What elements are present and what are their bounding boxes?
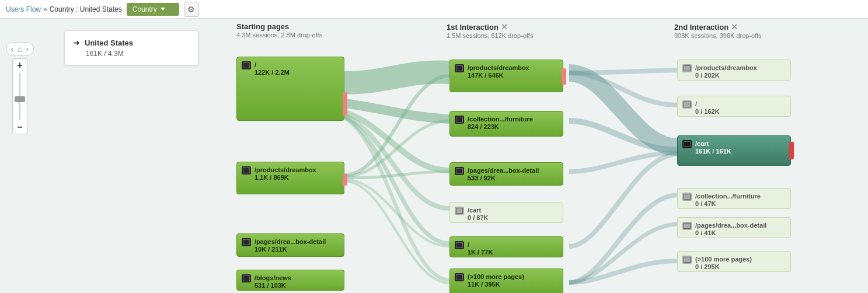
first-node-5[interactable]: (>100 more pages) 11K / 395K — [449, 268, 563, 293]
node-icon — [242, 61, 251, 69]
gear-icon: ⚙ — [187, 5, 195, 14]
node-icon — [242, 238, 251, 246]
node-stats: 0 / 295K — [695, 263, 752, 270]
first-interaction-close[interactable]: ✕ — [501, 22, 508, 32]
breadcrumb-link[interactable]: Users Flow — [6, 5, 41, 13]
node-label: /cart — [695, 139, 731, 148]
second-node-0[interactable]: /products/dreambox 0 / 202K — [677, 60, 791, 81]
node-label: /blogs/news — [255, 274, 291, 282]
zoom-out-button[interactable]: − — [12, 121, 27, 134]
dropoff-bar — [343, 174, 347, 186]
dropoff-bar — [343, 92, 347, 116]
node-label: /cart — [468, 206, 488, 214]
second-node-1[interactable]: / 0 / 162K — [677, 96, 791, 117]
second-node-2[interactable]: /cart 161K / 161K — [677, 135, 791, 166]
node-icon — [682, 64, 692, 72]
main-content: ‹ ⌂ › + − ➜ United States 161K / 4.3M — [0, 19, 868, 293]
second-node-5[interactable]: (>100 more pages) 0 / 295K — [677, 251, 791, 272]
node-icon — [455, 116, 464, 124]
first-node-1[interactable]: /collection.../furniture 824 / 223K — [449, 111, 563, 137]
node-label: /pages/drea...box-detail — [695, 221, 766, 229]
node-icon — [242, 274, 251, 282]
first-node-2[interactable]: /pages/drea...box-detail 533 / 92K — [449, 162, 563, 186]
node-stats: 11K / 395K — [468, 281, 524, 288]
starting-pages-stats: 4.3M sessions, 2.8M drop-offs — [236, 32, 322, 39]
left-panel: ‹ ⌂ › + − ➜ United States 161K / 4.3M — [0, 19, 219, 293]
node-icon — [455, 167, 464, 175]
node-icon — [455, 207, 464, 215]
zoom-slider[interactable] — [19, 73, 20, 120]
node-stats: 824 / 223K — [468, 123, 533, 130]
zoom-in-button[interactable]: + — [12, 59, 27, 72]
second-interaction-title: 2nd Interaction — [674, 23, 728, 32]
node-stats: 1.1K / 869K — [255, 174, 316, 181]
node-icon — [682, 100, 692, 109]
node-label: /products/dreambox — [468, 64, 529, 72]
top-bar: Users Flow » Country : United States Cou… — [0, 0, 868, 19]
home-icon: ⌂ — [16, 44, 24, 54]
node-icon — [682, 193, 692, 201]
node-label: /collection.../furniture — [695, 192, 761, 200]
node-icon — [242, 166, 251, 175]
node-label: (>100 more pages) — [468, 273, 524, 281]
node-stats: 0 / 47K — [695, 200, 761, 207]
node-stats: 0 / 41K — [695, 229, 766, 236]
node-stats: 10K / 211K — [255, 246, 326, 253]
starting-node-0[interactable]: / 122K / 2.2M — [236, 57, 344, 121]
starting-node-1[interactable]: /products/dreambox 1.1K / 869K — [236, 162, 344, 194]
filter-country-row: ➜ United States — [73, 38, 190, 47]
filter-arrow-icon: ➜ — [73, 38, 80, 47]
node-label: /pages/drea...box-detail — [468, 166, 539, 175]
gear-button[interactable]: ⚙ — [184, 2, 199, 17]
node-label: / — [695, 100, 720, 108]
first-interaction-header: 1st Interaction ✕ 1.5M sessions, 612K dr… — [447, 22, 533, 39]
node-label: /products/dreambox — [255, 166, 316, 174]
filter-country: United States — [85, 39, 133, 47]
node-stats: 533 / 92K — [468, 175, 539, 182]
second-interaction-stats: 908K sessions, 396K drop-offs — [674, 32, 762, 39]
first-node-4[interactable]: / 1K / 77K — [449, 236, 563, 257]
breadcrumb: Users Flow » Country : United States — [6, 5, 122, 13]
first-interaction-stats: 1.5M sessions, 612K drop-offs — [447, 32, 533, 39]
node-stats: 147K / 646K — [468, 72, 529, 79]
dropdown-arrow-icon — [161, 8, 165, 11]
zoom-handle[interactable] — [15, 96, 25, 102]
node-label: /pages/drea...box-detail — [255, 238, 326, 246]
breadcrumb-current: Country : United States — [50, 5, 122, 13]
starting-pages-header: Starting pages 4.3M sessions, 2.8M drop-… — [236, 22, 322, 39]
country-dropdown[interactable]: Country — [127, 3, 179, 16]
node-icon — [455, 64, 464, 72]
node-stats: 531 / 103K — [255, 282, 291, 289]
node-stats: 161K / 161K — [695, 148, 731, 155]
dropoff-bar — [562, 68, 566, 85]
nav-arrows: ‹ ⌂ › — [6, 42, 34, 56]
flow-area: Starting pages 4.3M sessions, 2.8M drop-… — [219, 19, 868, 293]
first-node-3[interactable]: /cart 0 / 87K — [449, 202, 563, 223]
second-interaction-header: 2nd Interaction ✕ 908K sessions, 396K dr… — [674, 22, 762, 39]
second-node-3[interactable]: /collection.../furniture 0 / 47K — [677, 188, 791, 209]
first-node-0[interactable]: /products/dreambox 147K / 646K — [449, 60, 563, 92]
nav-right-button[interactable]: › — [25, 46, 30, 53]
filter-stats: 161K / 4.3M — [86, 50, 190, 58]
second-interaction-close[interactable]: ✕ — [731, 22, 738, 32]
node-label: (>100 more pages) — [695, 255, 752, 263]
node-icon — [682, 140, 692, 148]
nav-left-button[interactable]: ‹ — [10, 46, 15, 53]
node-stats: 122K / 2.2M — [255, 69, 290, 76]
node-icon — [455, 241, 464, 249]
dropoff-bar — [789, 142, 794, 159]
node-stats: 0 / 202K — [695, 72, 757, 79]
node-label: /products/dreambox — [695, 64, 757, 72]
second-node-4[interactable]: /pages/drea...box-detail 0 / 41K — [677, 217, 791, 238]
breadcrumb-separator: » — [43, 5, 47, 13]
node-stats: 0 / 162K — [695, 108, 720, 115]
zoom-controls: + − — [12, 58, 27, 134]
starting-node-3[interactable]: /blogs/news 531 / 103K — [236, 270, 344, 291]
node-icon — [682, 222, 692, 230]
node-icon — [682, 256, 692, 264]
nav-controls: ‹ ⌂ › + − — [6, 42, 34, 134]
dropdown-label: Country — [133, 5, 157, 13]
first-interaction-title: 1st Interaction — [447, 23, 499, 32]
starting-node-2[interactable]: /pages/drea...box-detail 10K / 211K — [236, 233, 344, 257]
node-stats: 0 / 87K — [468, 214, 488, 221]
